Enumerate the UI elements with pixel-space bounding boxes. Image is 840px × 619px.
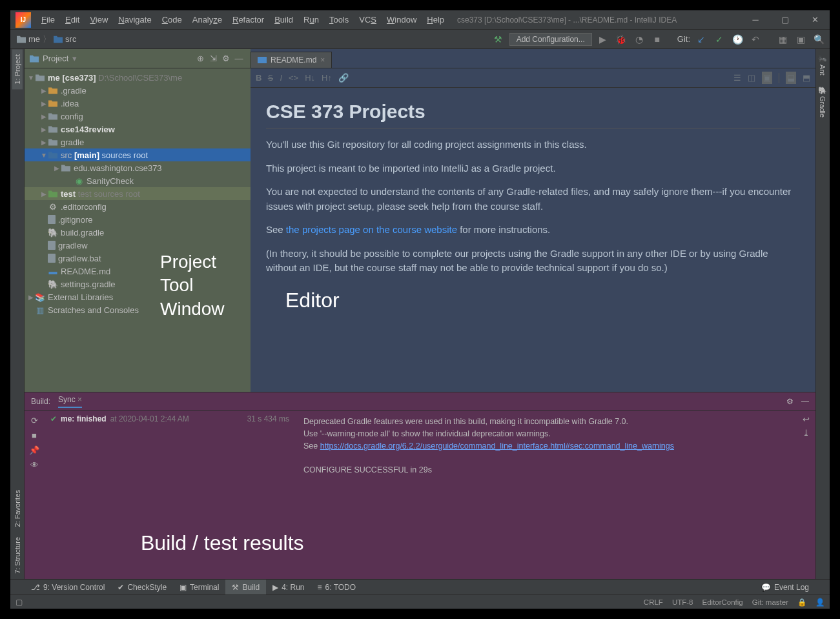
git-commit-icon[interactable]: ✓ [712,32,726,46]
gradle-tab[interactable]: 🐘 Gradle [817,81,828,123]
lock-icon[interactable]: 🔒 [797,598,806,607]
terminal-tab[interactable]: ▣ Terminal [173,580,225,595]
hide-icon[interactable]: — [801,397,809,406]
tree-file[interactable]: 🐘build.gradle [25,226,251,239]
right-tool-gutter: 🐜 Ant 🐘 Gradle [815,49,830,579]
encoding[interactable]: UTF-8 [672,598,693,606]
h-down-icon[interactable]: H↓ [305,73,315,83]
reveal-icon[interactable]: 👁 [30,460,39,470]
coverage-icon[interactable]: ◔ [632,32,646,46]
git-history-icon[interactable]: 🕐 [730,32,744,46]
tree-node-sanity[interactable]: ◉SanityCheck [25,174,251,187]
view-side2-icon[interactable]: ⬒ [803,73,810,83]
menu-run[interactable]: Run [298,10,324,30]
status-icon[interactable]: ▢ [15,598,23,607]
checkstyle-tab[interactable]: ✔ CheckStyle [111,580,173,595]
bold-icon[interactable]: B [256,73,261,83]
minimize-icon[interactable]: ─ [741,10,770,30]
git-update-icon[interactable]: ↙ [694,32,708,46]
menu-analyze[interactable]: Analyze [187,10,227,30]
annotation-build: Build / test results [141,530,304,557]
search-icon[interactable]: 🔍 [812,32,826,46]
menu-build[interactable]: Build [269,10,298,30]
build-tab[interactable]: ⚒ Build [225,580,266,595]
line-ending[interactable]: CRLF [644,598,663,606]
ant-tab[interactable]: 🐜 Ant [817,49,828,81]
git-branch[interactable]: Git: master [752,598,788,606]
layout-icon[interactable]: ▦ [775,32,790,46]
course-link[interactable]: the projects page on the course website [286,224,457,235]
project-tab[interactable]: 1: Project [12,49,23,89]
h-up-icon[interactable]: H↑ [322,73,332,83]
collapse-icon[interactable]: ⇲ [207,54,220,63]
app-logo: IJ [15,12,31,28]
tree-node-gradledir[interactable]: gradle [25,136,251,148]
italic-icon[interactable]: I [280,73,282,83]
tree-node-src[interactable]: src [main] sources root [25,148,251,161]
project-dropdown[interactable]: Project [43,54,68,63]
tree-file[interactable]: gradlew [25,239,251,252]
tree-node-package[interactable]: edu.washington.cse373 [25,161,251,174]
menu-vcs[interactable]: VCS [354,10,382,30]
menu-navigate[interactable]: Navigate [113,10,156,30]
editorconfig[interactable]: EditorConfig [702,598,743,606]
inspector-icon[interactable]: 👤 [815,598,825,607]
strike-icon[interactable]: S̶ [268,73,273,83]
structure-tab[interactable]: 7: Structure [12,532,23,579]
menu-refactor[interactable]: Refactor [227,10,269,30]
debug-icon[interactable]: 🐞 [614,32,628,46]
tree-node-config[interactable]: config [25,110,251,123]
menu-window[interactable]: Window [382,10,422,30]
git-rollback-icon[interactable]: ↶ [748,32,763,46]
menu-code[interactable]: Code [157,10,187,30]
gear-icon[interactable]: ⚙ [786,397,794,406]
view-editor-icon[interactable]: ☰ [733,73,741,83]
tree-node-cse143[interactable]: cse143review [25,123,251,136]
hide-icon[interactable]: — [232,54,245,63]
scroll-end-icon[interactable]: ⤓ [803,428,810,438]
run-icon[interactable]: ▶ [596,32,610,46]
build-output: Deprecated Gradle features were used in … [296,411,796,579]
menu-view[interactable]: View [85,10,113,30]
maximize-icon[interactable]: ▢ [770,10,800,30]
breadcrumb[interactable]: me [14,34,43,44]
view-split-icon[interactable]: ◫ [748,73,755,83]
todo-tab[interactable]: ≡ 6: TODO [311,580,363,595]
version-control-tab[interactable]: ⎇ 9: Version Control [25,580,111,595]
run-tab[interactable]: ▶ 4: Run [266,580,311,595]
build-sync-tab[interactable]: Sync × [58,395,82,408]
menu-help[interactable]: Help [422,10,449,30]
view-preview-icon[interactable]: ▣ [762,72,772,84]
hammer-icon[interactable]: ⚒ [491,32,506,46]
menu-bar: IJ File Edit View Navigate Code Analyze … [10,10,830,30]
soft-wrap-icon[interactable]: ↩ [803,414,810,424]
event-log-tab[interactable]: 💬 Event Log [755,580,815,595]
gear-icon[interactable]: ⚙ [220,54,232,63]
run-anything-icon[interactable]: ▣ [794,32,808,46]
tab-close-icon[interactable]: × [320,56,325,65]
view-side-icon[interactable]: ⬓ [786,72,796,84]
locate-icon[interactable]: ⊕ [194,54,207,63]
stop-icon[interactable]: ■ [32,431,37,440]
add-configuration-button[interactable]: Add Configuration... [509,33,592,46]
menu-tools[interactable]: Tools [324,10,354,30]
tree-node-gradle[interactable]: .gradle [25,84,251,97]
close-icon[interactable]: ✕ [800,10,830,30]
menu-file[interactable]: File [36,10,60,30]
code-icon[interactable]: <> [289,73,298,83]
breadcrumb[interactable]: src [51,34,79,44]
tree-file[interactable]: ⚙.editorconfig [25,200,251,213]
tree-file[interactable]: .gitignore [25,213,251,226]
menu-edit[interactable]: Edit [60,10,85,30]
gradle-docs-link[interactable]: https://docs.gradle.org/6.2.2/userguide/… [320,441,674,451]
tree-root[interactable]: me [cse373] D:\School\CSE373\me [25,71,251,84]
link-icon[interactable]: 🔗 [338,73,349,83]
tree-node-test[interactable]: test test sources root [25,187,251,200]
build-task-row[interactable]: ✔ me: finished at 2020-04-01 2:44 AM 31 … [50,414,289,423]
pin-icon[interactable]: 📌 [29,445,39,455]
stop-icon[interactable]: ■ [650,32,664,46]
favorites-tab[interactable]: 2: Favorites [12,485,23,532]
rerun-icon[interactable]: ⟳ [31,416,38,425]
tree-node-idea[interactable]: .idea [25,97,251,110]
editor-tab[interactable]: README.md× [251,52,332,68]
